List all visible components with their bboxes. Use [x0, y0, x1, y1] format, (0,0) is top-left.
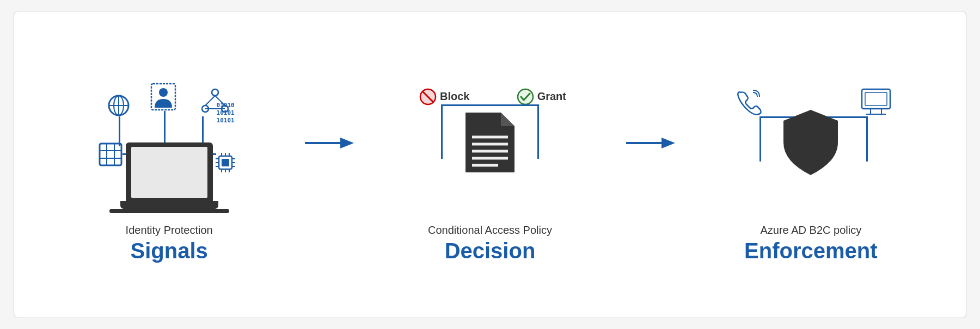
svg-rect-18	[222, 159, 229, 166]
svg-point-6	[212, 89, 218, 96]
signals-icon-area: 010101010110101	[93, 66, 246, 219]
bottom-line-right	[537, 126, 539, 159]
enforcement-title: Enforcement	[744, 239, 878, 263]
decision-section: Block Grant	[357, 66, 623, 263]
signals-title: Signals	[131, 239, 208, 263]
grid-icon	[99, 142, 122, 166]
enf-bottom-right-line	[866, 132, 868, 162]
svg-marker-38	[501, 113, 514, 126]
laptop-screen-body	[126, 142, 213, 202]
svg-rect-47	[865, 92, 887, 105]
main-container: 010101010110101	[14, 11, 966, 318]
enforcement-section: Azure AD B2C policy Enforcement	[678, 66, 944, 263]
binary-icon: 010101010110101	[217, 102, 235, 125]
top-horizontal-line	[441, 104, 539, 106]
bottom-line-left	[441, 126, 443, 159]
grant-icon	[517, 88, 534, 105]
enforcement-illustration	[718, 72, 903, 213]
laptop-foot	[109, 209, 229, 213]
svg-marker-45	[661, 138, 675, 148]
chip-icon	[213, 151, 237, 175]
enforcement-icon-area	[718, 66, 903, 219]
phone-icon	[734, 88, 763, 116]
block-label: Block	[440, 90, 469, 103]
signals-section: 010101010110101	[36, 66, 302, 263]
laptop-screen-display	[131, 147, 207, 198]
arrow-2-svg	[626, 135, 675, 151]
grant-label: Grant	[537, 90, 566, 103]
arrow-1-svg	[305, 135, 354, 151]
enforcement-subtitle: Azure AD B2C policy	[761, 224, 862, 237]
decision-icon-area: Block Grant	[403, 66, 577, 219]
svg-line-9	[205, 96, 215, 105]
block-badge: Block	[419, 88, 469, 105]
svg-point-36	[518, 89, 533, 104]
svg-rect-12	[100, 144, 121, 165]
arm-globe	[119, 116, 120, 146]
user-icon	[150, 83, 176, 111]
decision-illustration: Block Grant	[403, 72, 577, 213]
decision-subtitle: Conditional Access Policy	[428, 224, 552, 237]
shield-icon	[781, 107, 841, 178]
decision-title: Decision	[445, 239, 536, 263]
globe-icon	[107, 94, 131, 117]
arm-network	[202, 116, 204, 146]
svg-marker-32	[340, 138, 354, 148]
arm-user	[164, 111, 166, 144]
grant-badge: Grant	[517, 88, 566, 105]
document-icon	[465, 113, 514, 172]
arrow-1	[302, 135, 357, 195]
svg-point-5	[159, 88, 168, 97]
laptop-base	[120, 201, 218, 209]
arrow-2	[623, 135, 678, 195]
monitor-icon	[860, 88, 892, 116]
block-icon	[419, 88, 437, 105]
signals-illustration: 010101010110101	[93, 72, 246, 213]
enf-bottom-left-line	[759, 132, 761, 162]
signals-subtitle: Identity Protection	[126, 224, 213, 237]
